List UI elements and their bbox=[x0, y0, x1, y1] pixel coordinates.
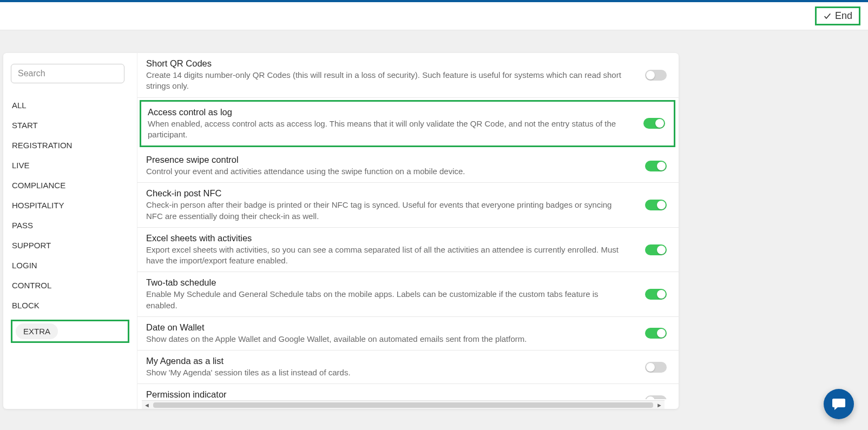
setting-description: Show 'My Agenda' session tiles as a list… bbox=[146, 367, 628, 378]
sidebar-item-hospitality[interactable]: HOSPITALITY bbox=[11, 195, 129, 215]
setting-row: Two-tab scheduleEnable My Schedule and G… bbox=[137, 272, 679, 317]
setting-title: Permission indicator bbox=[146, 389, 643, 399]
setting-row: Permission indicatorShow permission indi… bbox=[137, 384, 679, 399]
sidebar-item-extra-highlight: EXTRA bbox=[11, 320, 129, 343]
setting-description: Check-in person after their badge is pri… bbox=[146, 200, 628, 222]
setting-toggle[interactable] bbox=[645, 200, 667, 210]
toggle-knob bbox=[646, 71, 655, 80]
chat-widget-button[interactable] bbox=[824, 389, 854, 419]
scroll-left-icon[interactable]: ◄ bbox=[142, 402, 152, 408]
sidebar-item-live[interactable]: LIVE bbox=[11, 155, 129, 175]
setting-description: Enable My Schedule and General Schedule … bbox=[146, 289, 628, 311]
toggle-knob bbox=[657, 201, 666, 209]
sidebar-item-control[interactable]: CONTROL bbox=[11, 275, 129, 295]
setting-title: Two-tab schedule bbox=[146, 277, 643, 288]
sidebar: ALL START REGISTRATION LIVE COMPLIANCE H… bbox=[3, 53, 137, 409]
setting-toggle[interactable] bbox=[645, 161, 667, 171]
setting-row: My Agenda as a listShow 'My Agenda' sess… bbox=[137, 350, 679, 384]
setting-toggle[interactable] bbox=[643, 118, 665, 129]
end-button-label: End bbox=[835, 10, 852, 22]
setting-row: Short QR CodesCreate 14 digits number-on… bbox=[137, 53, 679, 98]
setting-title: Short QR Codes bbox=[146, 58, 643, 69]
setting-title: Excel sheets with activities bbox=[146, 233, 643, 243]
setting-toggle[interactable] bbox=[645, 244, 667, 255]
sidebar-item-pass[interactable]: PASS bbox=[11, 215, 129, 235]
sidebar-item-block[interactable]: BLOCK bbox=[11, 295, 129, 315]
settings-panel: ALL START REGISTRATION LIVE COMPLIANCE H… bbox=[3, 53, 679, 409]
sidebar-item-compliance[interactable]: COMPLIANCE bbox=[11, 175, 129, 195]
setting-description: Create 14 digits number-only QR Codes (t… bbox=[146, 70, 628, 92]
setting-title: My Agenda as a list bbox=[146, 356, 643, 366]
toggle-knob bbox=[657, 246, 666, 254]
horizontal-scroll-thumb[interactable] bbox=[153, 402, 653, 408]
setting-toggle[interactable] bbox=[645, 70, 667, 81]
toggle-knob bbox=[646, 396, 655, 399]
setting-title: Presence swipe control bbox=[146, 155, 643, 165]
toggle-knob bbox=[657, 290, 666, 299]
sidebar-item-registration[interactable]: REGISTRATION bbox=[11, 135, 129, 155]
sidebar-item-login[interactable]: LOGIN bbox=[11, 255, 129, 275]
setting-toggle[interactable] bbox=[645, 289, 667, 300]
sidebar-item-support[interactable]: SUPPORT bbox=[11, 235, 129, 255]
settings-scroll[interactable]: Short QR CodesCreate 14 digits number-on… bbox=[137, 53, 679, 399]
toggle-knob bbox=[657, 162, 666, 170]
settings-content: Short QR CodesCreate 14 digits number-on… bbox=[137, 53, 679, 409]
search-input[interactable] bbox=[11, 64, 124, 83]
header-bar: End bbox=[0, 2, 868, 30]
setting-row: Date on WalletShow dates on the Apple Wa… bbox=[137, 317, 679, 350]
end-button[interactable]: End bbox=[815, 6, 860, 25]
setting-row: Excel sheets with activitiesExport excel… bbox=[137, 228, 679, 273]
category-list: ALL START REGISTRATION LIVE COMPLIANCE H… bbox=[11, 95, 129, 343]
setting-row: Presence swipe controlControl your event… bbox=[137, 149, 679, 183]
setting-toggle[interactable] bbox=[645, 328, 667, 339]
setting-title: Check-in post NFC bbox=[146, 188, 643, 199]
setting-toggle[interactable] bbox=[645, 395, 667, 399]
setting-title: Access control as log bbox=[148, 107, 641, 117]
horizontal-scrollbar[interactable]: ◄ ► bbox=[142, 400, 665, 409]
toggle-knob bbox=[655, 119, 664, 128]
setting-row: Access control as logWhen enabled, acces… bbox=[140, 100, 675, 148]
sidebar-item-start[interactable]: START bbox=[11, 115, 129, 135]
setting-title: Date on Wallet bbox=[146, 322, 643, 333]
scroll-right-icon[interactable]: ► bbox=[654, 402, 665, 408]
setting-description: Export excel sheets with activities, so … bbox=[146, 244, 628, 267]
setting-toggle[interactable] bbox=[645, 362, 667, 373]
setting-description: Show dates on the Apple Wallet and Googl… bbox=[146, 334, 628, 345]
sidebar-item-extra[interactable]: EXTRA bbox=[16, 323, 58, 339]
setting-description: Control your event and activities attend… bbox=[146, 166, 628, 177]
sidebar-item-all[interactable]: ALL bbox=[11, 95, 129, 115]
chat-icon bbox=[831, 397, 846, 411]
check-icon bbox=[823, 12, 832, 21]
toggle-knob bbox=[657, 329, 666, 338]
toggle-knob bbox=[646, 363, 655, 372]
setting-description: When enabled, access control acts as acc… bbox=[148, 118, 629, 141]
setting-row: Check-in post NFCCheck-in person after t… bbox=[137, 183, 679, 228]
